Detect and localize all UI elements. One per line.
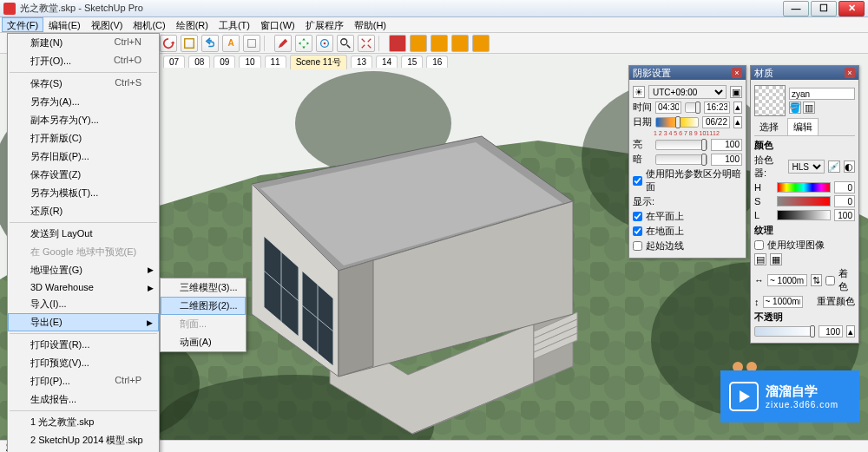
menu-item[interactable]: 3D Warehouse▶ (8, 279, 159, 295)
menu-item[interactable]: 打开(O)...Ctrl+O (8, 52, 159, 70)
menu-item[interactable]: 打开新版(C) (8, 129, 159, 147)
dark-slider[interactable] (655, 154, 707, 165)
light-slider[interactable] (655, 140, 707, 150)
submenu-item[interactable]: 二维图形(2)... (161, 297, 246, 315)
select-tab[interactable]: 选择 (754, 119, 784, 135)
tool-style-box[interactable] (243, 35, 260, 52)
menu-item[interactable]: 副本另存为(Y)... (8, 111, 159, 129)
tex-height-input[interactable] (763, 296, 803, 308)
on-faces-checkbox[interactable] (633, 226, 642, 236)
panel-header[interactable]: 材质 × (751, 66, 858, 80)
tool-move[interactable] (295, 35, 312, 52)
opacity-stepper[interactable]: ▴ (846, 325, 855, 337)
tex-width-input[interactable] (767, 274, 807, 286)
menu-item[interactable]: 新建(N)Ctrl+N (8, 34, 159, 52)
render-3[interactable] (431, 35, 448, 52)
dark-input[interactable] (711, 154, 742, 166)
material-name-input[interactable] (789, 88, 855, 100)
panel-close-icon[interactable]: × (732, 68, 742, 78)
time-stepper[interactable]: ▴ (733, 102, 742, 114)
edit-tab[interactable]: 编辑 (787, 118, 819, 135)
tool-orbit[interactable] (316, 35, 333, 52)
minimize-button[interactable]: — (783, 1, 809, 16)
on-ground-checkbox[interactable] (633, 212, 642, 221)
shadow-info-icon[interactable]: ▣ (730, 86, 742, 98)
tool-pencil[interactable] (274, 35, 292, 52)
render-1[interactable] (389, 35, 406, 52)
menu-item[interactable]: 导入(I)... (8, 295, 159, 313)
menu-window[interactable]: 窗口(W) (255, 17, 300, 32)
browse-texture-icon[interactable]: ▤ (754, 253, 766, 265)
material-swatch[interactable] (754, 85, 786, 116)
colorize-checkbox[interactable] (825, 276, 835, 285)
menu-extensions[interactable]: 扩展程序 (300, 17, 349, 32)
time-end-input[interactable] (704, 102, 730, 114)
bucket-icon[interactable]: 🪣 (789, 102, 801, 114)
menu-view[interactable]: 视图(V) (86, 17, 128, 32)
h-slider[interactable] (777, 182, 831, 193)
menu-edit[interactable]: 编辑(E) (43, 17, 86, 32)
tool-undo[interactable] (201, 35, 219, 52)
tool-new-scene[interactable] (181, 35, 198, 52)
edit-texture-icon[interactable]: ▦ (770, 253, 782, 265)
tab-13[interactable]: 13 (351, 56, 372, 68)
menu-item[interactable]: 还原(R) (8, 202, 159, 220)
menu-item[interactable]: 打印(P)...Ctrl+P (8, 372, 159, 390)
opacity-input[interactable] (819, 325, 843, 337)
tab-11[interactable]: 11 (265, 56, 286, 68)
submenu-item[interactable]: 三维模型(3)... (161, 278, 246, 297)
timezone-select[interactable]: UTC+09:00 (648, 85, 727, 99)
from-edges-checkbox[interactable] (633, 241, 642, 251)
tab-14[interactable]: 14 (376, 56, 398, 68)
menu-camera[interactable]: 相机(C) (128, 17, 170, 32)
render-4[interactable] (451, 35, 469, 52)
menu-item[interactable]: 保存(S)Ctrl+S (8, 75, 159, 93)
menu-item[interactable]: 打印设置(R)... (8, 336, 159, 354)
maximize-button[interactable]: ☐ (811, 1, 837, 16)
create-material-icon[interactable]: ▥ (803, 102, 815, 114)
tool-refresh[interactable] (160, 35, 177, 52)
opacity-slider[interactable] (754, 326, 815, 337)
menu-item[interactable]: 在 Google 地球中预览(E) (8, 243, 159, 261)
tab-07[interactable]: 07 (163, 56, 185, 68)
shadow-settings-panel[interactable]: 阴影设置 × ☀ UTC+09:00 ▣ 时间 ▴ 日期 ▴ 1 2 3 4 5… (628, 65, 746, 259)
menu-tools[interactable]: 工具(T) (214, 17, 255, 32)
s-slider[interactable] (777, 196, 831, 206)
color-wheel-icon[interactable]: ◐ (844, 160, 855, 173)
panel-close-icon[interactable]: × (845, 68, 855, 78)
tab-15[interactable]: 15 (401, 56, 423, 68)
materials-panel[interactable]: 材质 × 🪣 ▥ 选择 编辑 颜色 拾色器: HLS 💉 ◐ H S L (750, 65, 859, 344)
tab-10[interactable]: 10 (239, 56, 260, 68)
l-slider[interactable] (777, 210, 831, 220)
menu-item[interactable]: 2 SketchUp 2014 模型.skp (8, 431, 159, 449)
time-slider[interactable] (685, 102, 700, 113)
panel-header[interactable]: 阴影设置 × (629, 66, 746, 80)
close-button[interactable]: ✕ (838, 1, 865, 16)
submenu-item[interactable]: 剖面... (161, 315, 246, 333)
date-stepper[interactable]: ▴ (733, 116, 742, 128)
menu-item[interactable]: 打印预览(V)... (8, 354, 159, 372)
date-input[interactable] (702, 116, 730, 128)
tool-zoom[interactable] (337, 35, 354, 52)
menu-draw[interactable]: 绘图(R) (171, 17, 214, 32)
date-slider[interactable] (655, 117, 699, 128)
menu-file[interactable]: 文件(F) (2, 17, 43, 32)
menu-item[interactable]: 导出(E)▶ (8, 313, 159, 331)
eyedropper-icon[interactable]: 💉 (828, 160, 840, 173)
shadow-toggle-icon[interactable]: ☀ (633, 86, 645, 98)
tab-09[interactable]: 09 (214, 56, 235, 68)
menu-item[interactable]: 地理位置(G)▶ (8, 261, 159, 279)
l-input[interactable] (834, 209, 855, 221)
picker-mode-select[interactable]: HLS (788, 160, 825, 174)
menu-item[interactable]: 生成报告... (8, 390, 159, 409)
use-sun-checkbox[interactable] (633, 176, 642, 186)
menu-item[interactable]: 发送到 LayOut (8, 225, 159, 243)
tool-zoom-extents[interactable] (358, 35, 375, 52)
menu-item[interactable]: 1 光之教堂.skp (8, 413, 159, 431)
menu-item[interactable]: 另存为(A)... (8, 93, 159, 111)
tab-16[interactable]: 16 (426, 56, 448, 68)
reset-color-label[interactable]: 重置颜色 (817, 295, 855, 308)
h-input[interactable] (834, 181, 855, 193)
submenu-item[interactable]: 动画(A) (161, 333, 246, 351)
s-input[interactable] (834, 195, 855, 207)
